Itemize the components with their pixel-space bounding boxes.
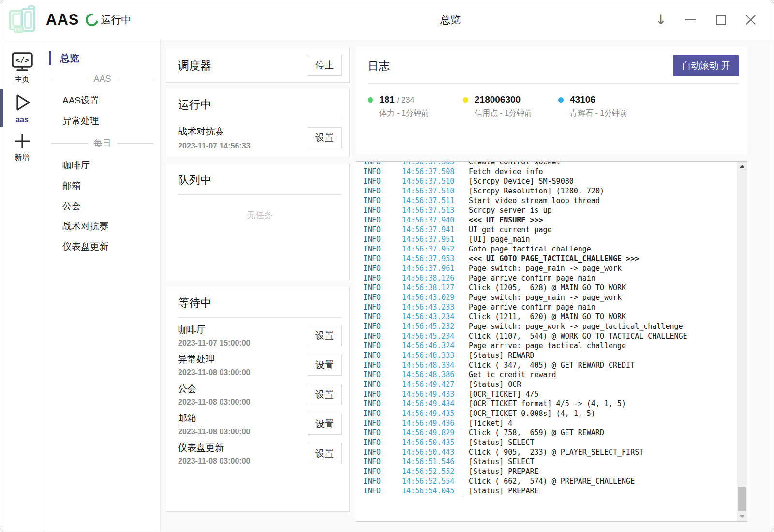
plus-icon bbox=[13, 132, 31, 150]
log-level: INFO bbox=[363, 225, 402, 235]
log-line: INFO 14:56:37.952 Goto page_tactical_cha… bbox=[363, 244, 735, 254]
log-line: INFO 14:56:45.234 Click (1107, 544) @ WO… bbox=[363, 331, 735, 341]
sidebar-item[interactable]: AAS设置 bbox=[45, 90, 160, 111]
download-button[interactable]: ↓ bbox=[655, 14, 667, 26]
waiting-task-name: 咖啡厅 bbox=[178, 324, 250, 336]
log-timestamp: 14:56:43.029 bbox=[402, 293, 461, 302]
log-timestamp: 14:56:37.953 bbox=[402, 254, 461, 264]
log-level: INFO bbox=[363, 370, 402, 380]
sidebar-item-aas[interactable]: aas bbox=[0, 88, 44, 128]
log-level: INFO bbox=[363, 302, 402, 312]
log-header: 日志 自动滚动 开 bbox=[368, 55, 739, 76]
log-title: 日志 bbox=[368, 59, 390, 74]
sidebar-item[interactable]: 公会 bbox=[45, 196, 160, 216]
triangle-up-icon bbox=[739, 165, 745, 168]
waiting-task-name: 邮箱 bbox=[178, 412, 250, 425]
log-card: 日志 自动滚动 开 181 / 234 体力 - 1分钟前 218006 bbox=[356, 47, 747, 154]
waiting-task-list: 咖啡厅 2023-11-07 15:00:00 设置 异常处理 2023-11-… bbox=[178, 321, 342, 468]
log-timestamp: 14:56:48.333 bbox=[402, 351, 461, 360]
log-line: INFO 14:56:49.433 [OCR_TICKET] 4/5 bbox=[363, 389, 735, 399]
log-message: Goto page_tactical_challenge bbox=[461, 244, 591, 254]
scroll-down-button[interactable] bbox=[737, 512, 747, 520]
log-message: Page arrive confirm page_main bbox=[461, 302, 595, 312]
log-timestamp: 14:56:37.941 bbox=[402, 225, 461, 235]
waiting-task-time: 2023-11-08 03:00:00 bbox=[178, 428, 250, 436]
log-line: INFO 14:56:37.510 [Scrcpy Device] SM-S90… bbox=[363, 177, 735, 186]
log-level: INFO bbox=[363, 273, 402, 283]
running-title: 运行中 bbox=[178, 98, 211, 111]
waiting-task-row: 仪表盘更新 2023-11-08 03:00:00 设置 bbox=[178, 439, 342, 468]
minimize-button[interactable] bbox=[685, 14, 697, 26]
log-line: INFO 14:56:49.435 [OCR_TICKET 0.008s] (4… bbox=[363, 409, 735, 418]
waiting-task-time: 2023-11-08 03:00:00 bbox=[178, 457, 250, 466]
log-timestamp: 14:56:54.045 bbox=[402, 486, 461, 496]
maximize-icon bbox=[716, 15, 726, 25]
maximize-button[interactable] bbox=[714, 14, 727, 26]
sidebar-item[interactable]: 咖啡厅 bbox=[45, 155, 160, 176]
sidebar-item[interactable]: 战术对抗赛 bbox=[45, 216, 160, 236]
scrollbar-thumb[interactable] bbox=[738, 487, 746, 511]
sidebar-item[interactable]: 异常处理 bbox=[45, 111, 160, 131]
log-line: INFO 14:56:37.511 Start video stream loo… bbox=[363, 196, 735, 206]
settings-button[interactable]: 设置 bbox=[308, 384, 342, 405]
log-line: INFO 14:56:37.505 Create control socket bbox=[363, 161, 735, 167]
waiting-task-row: 异常处理 2023-11-08 03:00:00 设置 bbox=[178, 350, 342, 380]
primary-sidebar: </> 主页 aas 新增 bbox=[0, 40, 44, 532]
log-timestamp: 14:56:50.435 bbox=[402, 438, 461, 447]
log-message: Click (1211, 620) @ MAIN_GO_TO_WORK bbox=[461, 312, 626, 322]
app-window: AAS 运行中 总览 ↓ </> 主页 bbox=[0, 0, 774, 532]
log-line: INFO 14:56:49.427 [Status] OCR bbox=[363, 380, 735, 389]
log-message: Click (1205, 628) @ MAIN_GO_TO_WORK bbox=[461, 283, 626, 293]
log-level: INFO bbox=[363, 331, 402, 341]
log-scrollbar[interactable] bbox=[737, 162, 747, 521]
log-message: Page switch: page_main -> page_work bbox=[461, 293, 622, 302]
log-timestamp: 14:56:48.386 bbox=[402, 370, 461, 380]
log-level: INFO bbox=[363, 235, 402, 244]
log-level: INFO bbox=[363, 283, 402, 293]
page-title: 总览 bbox=[440, 13, 461, 27]
log-timestamp: 14:56:37.510 bbox=[402, 186, 461, 196]
log-message: Scrcpy server is up bbox=[461, 206, 552, 215]
log-level: INFO bbox=[363, 447, 402, 457]
sidebar-item-add[interactable]: 新增 bbox=[0, 128, 44, 166]
stat-value: 43106 bbox=[570, 94, 595, 105]
log-message: Click (1107, 544) @ WORK_GO_TO_TACTICAL_… bbox=[461, 331, 687, 341]
log-line: INFO 14:56:43.234 Click (1211, 620) @ MA… bbox=[363, 312, 735, 322]
log-line: INFO 14:56:37.951 [UI] page_main bbox=[363, 235, 735, 244]
status-dot-icon bbox=[368, 97, 373, 103]
settings-button[interactable]: 设置 bbox=[308, 414, 342, 435]
log-line: INFO 14:56:37.940 <<< UI ENSURE >>> bbox=[363, 215, 735, 225]
sidebar-item[interactable]: 仪表盘更新 bbox=[45, 236, 160, 257]
settings-button[interactable]: 设置 bbox=[308, 127, 342, 148]
log-timestamp: 14:56:46.324 bbox=[402, 341, 461, 351]
close-button[interactable] bbox=[744, 14, 757, 26]
log-timestamp: 14:56:37.961 bbox=[402, 264, 461, 273]
settings-button[interactable]: 设置 bbox=[308, 443, 342, 464]
log-message: [Scrcpy Device] SM-S9080 bbox=[461, 177, 574, 186]
log-message: [UI] page_main bbox=[461, 235, 530, 244]
log-line: INFO 14:56:49.436 [Ticket] 4 bbox=[363, 418, 735, 428]
stop-button[interactable]: 停止 bbox=[308, 55, 342, 76]
resource-stat: 181 / 234 体力 - 1分钟前 bbox=[368, 94, 463, 118]
log-line: INFO 14:56:38.127 Click (1205, 628) @ MA… bbox=[363, 283, 735, 293]
log-panel[interactable]: INFO 14:56:37.505 Create control socket … bbox=[356, 161, 747, 522]
log-timestamp: 14:56:37.952 bbox=[402, 244, 461, 254]
waiting-task-name: 异常处理 bbox=[178, 353, 250, 366]
play-icon bbox=[12, 92, 32, 113]
autoscroll-toggle-button[interactable]: 自动滚动 开 bbox=[673, 55, 739, 76]
log-message: UI get current page bbox=[461, 225, 552, 235]
log-message: Click ( 662, 574) @ PREPARE_CHALLENGE bbox=[461, 476, 635, 486]
sidebar-item-overview[interactable]: 总览 bbox=[45, 48, 160, 68]
sidebar-item-home[interactable]: </> 主页 bbox=[0, 47, 44, 88]
stat-label: 青辉石 - 1分钟前 bbox=[570, 108, 627, 118]
scroll-up-button[interactable] bbox=[737, 163, 747, 171]
log-line: INFO 14:56:48.333 [Status] REWARD bbox=[363, 351, 735, 360]
log-line: INFO 14:56:49.829 Click ( 758, 659) @ GE… bbox=[363, 428, 735, 438]
sidebar-item[interactable]: 邮箱 bbox=[45, 176, 160, 196]
resource-stats: 181 / 234 体力 - 1分钟前 218006300 信用点 - 1分钟前 bbox=[368, 94, 739, 118]
title-bar: AAS 运行中 总览 ↓ bbox=[0, 0, 774, 39]
settings-button[interactable]: 设置 bbox=[308, 325, 342, 346]
log-message: Page switch: page_main -> page_work bbox=[461, 264, 622, 273]
settings-button[interactable]: 设置 bbox=[308, 355, 342, 376]
log-message: [Status] OCR bbox=[461, 380, 521, 389]
